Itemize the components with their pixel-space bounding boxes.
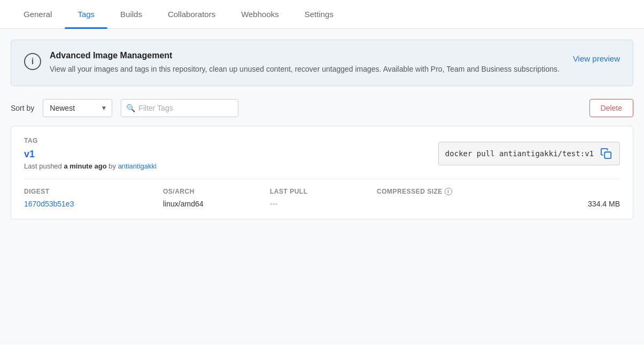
tab-general[interactable]: General: [11, 0, 65, 28]
docker-pull-command: docker pull antiantigakki/test:v1: [445, 149, 594, 158]
copy-button[interactable]: [599, 147, 613, 160]
sort-select[interactable]: Newest Oldest Name (A-Z) Name (Z-A): [43, 99, 112, 117]
tab-builds[interactable]: Builds: [107, 0, 155, 28]
tag-card: TAG v1 Last pushed a minute ago by antia…: [11, 126, 633, 219]
banner-title: Advanced Image Management: [50, 51, 564, 60]
tag-push-info: Last pushed a minute ago by antiantigakk…: [24, 162, 157, 170]
tag-details: DIGEST OS/ARCH LAST PULL COMPRESSED SIZE…: [24, 179, 620, 208]
push-time: a minute ago: [64, 162, 106, 170]
main-content: i Advanced Image Management View all you…: [0, 29, 644, 345]
sort-label: Sort by: [11, 104, 34, 112]
controls-bar: Sort by Newest Oldest Name (A-Z) Name (Z…: [11, 99, 633, 117]
view-preview-link[interactable]: View preview: [573, 54, 620, 63]
tag-name-link[interactable]: v1: [24, 149, 35, 159]
compressed-size-value: 334.4 MB: [377, 200, 620, 208]
tag-header: TAG v1 Last pushed a minute ago by antia…: [24, 137, 620, 170]
copy-icon: [600, 148, 612, 159]
info-banner: i Advanced Image Management View all you…: [11, 40, 633, 86]
digest-col-header: DIGEST: [24, 188, 163, 195]
tag-name-wrapper: v1: [24, 149, 157, 160]
last-pull-value: ---: [270, 200, 377, 208]
filter-input-wrapper: 🔍: [121, 99, 238, 117]
tab-tags[interactable]: Tags: [65, 0, 107, 28]
tab-collaborators[interactable]: Collaborators: [155, 0, 228, 28]
tab-webhooks[interactable]: Webhooks: [228, 0, 292, 28]
compressed-size-info-icon: i: [445, 188, 452, 195]
push-user-link[interactable]: antiantigakki: [118, 162, 157, 170]
tag-label-col: TAG v1 Last pushed a minute ago by antia…: [24, 137, 157, 170]
compressed-size-col-header: COMPRESSED SIZE i: [377, 188, 620, 195]
svg-rect-0: [604, 152, 611, 158]
tab-settings[interactable]: Settings: [292, 0, 346, 28]
banner-description: View all your images and tags in this re…: [50, 64, 564, 75]
tag-column-label: TAG: [24, 137, 157, 144]
tag-details-headers: DIGEST OS/ARCH LAST PULL COMPRESSED SIZE…: [24, 188, 620, 200]
filter-tags-input[interactable]: [121, 99, 238, 117]
delete-button[interactable]: Delete: [589, 99, 633, 117]
push-by-text: by: [108, 162, 116, 170]
docker-pull-box: docker pull antiantigakki/test:v1: [438, 142, 620, 165]
nav-tabs: General Tags Builds Collaborators Webhoo…: [0, 0, 644, 29]
push-prefix: Last pushed: [24, 162, 62, 170]
info-text: Advanced Image Management View all your …: [50, 51, 564, 75]
os-arch-value: linux/amd64: [163, 200, 270, 208]
last-pull-col-header: LAST PULL: [270, 188, 377, 195]
sort-select-wrapper: Newest Oldest Name (A-Z) Name (Z-A) ▼: [43, 99, 112, 117]
search-icon: 🔍: [126, 104, 135, 112]
info-icon: i: [24, 53, 41, 70]
tag-details-values: 1670d53b51e3 linux/amd64 --- 334.4 MB: [24, 200, 620, 208]
digest-value[interactable]: 1670d53b51e3: [24, 200, 163, 208]
os-arch-col-header: OS/ARCH: [163, 188, 270, 195]
